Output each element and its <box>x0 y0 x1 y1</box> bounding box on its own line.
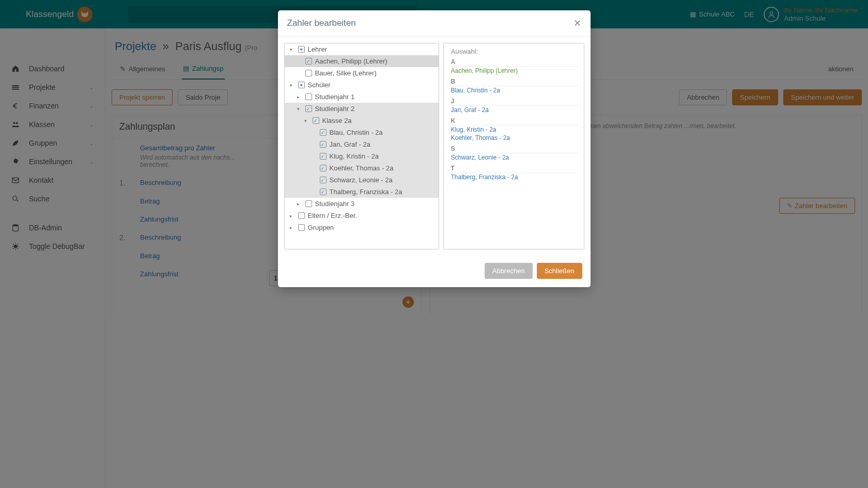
tree-node[interactable]: ▸ Eltern / Erz.-Ber. <box>285 210 439 222</box>
selection-item[interactable]: Aachen, Philipp (Lehrer) <box>451 67 579 75</box>
tree-node[interactable]: Bauer, Silke (Lehrer) <box>285 67 439 79</box>
tree-node-label: Klasse 2a <box>322 117 352 124</box>
tree-checkbox[interactable] <box>305 93 312 100</box>
tree-toggle-icon[interactable]: ▸ <box>297 201 302 207</box>
tree-checkbox[interactable] <box>320 188 327 195</box>
tree-checkbox[interactable] <box>320 177 327 183</box>
tree-node[interactable]: ▸ Gruppen <box>285 222 439 233</box>
selection-item[interactable]: Jan, Graf - 2a <box>451 106 579 114</box>
modal-overlay[interactable]: Zahler bearbeiten ✕ ▾ Lehrer Aachen, Phi… <box>0 0 868 488</box>
tree-node-label: Schüler <box>308 81 331 89</box>
tree-node-label: Lehrer <box>308 45 328 53</box>
tree-checkbox[interactable] <box>320 141 327 148</box>
tree-checkbox[interactable] <box>320 129 327 136</box>
payer-tree[interactable]: ▾ Lehrer Aachen, Philipp (Lehrer) Bauer,… <box>284 43 439 249</box>
tree-node-label: Bauer, Silke (Lehrer) <box>315 69 377 77</box>
tree-checkbox[interactable] <box>298 224 305 231</box>
tree-node[interactable]: ▸ Studienjahr 3 <box>285 198 439 210</box>
tree-node[interactable]: ▾ Schüler <box>285 79 439 91</box>
selection-letter: K <box>451 117 579 125</box>
selection-letter: B <box>451 78 579 86</box>
tree-node[interactable]: ▸ Studienjahr 1 <box>285 91 439 103</box>
tree-node[interactable]: Blau, Christin - 2a <box>285 127 439 138</box>
tree-node-label: Gruppen <box>308 224 334 231</box>
tree-toggle-icon[interactable]: ▾ <box>297 106 302 112</box>
tree-node-label: Aachen, Philipp (Lehrer) <box>315 57 388 65</box>
selection-letter: T <box>451 165 579 173</box>
modal-close-button[interactable]: Schließen <box>537 263 582 279</box>
selection-item[interactable]: Klug, Kristin - 2a <box>451 125 579 134</box>
tree-checkbox[interactable] <box>298 46 305 53</box>
tree-toggle-icon[interactable]: ▸ <box>290 225 295 230</box>
selection-letter: A <box>451 58 579 67</box>
selection-item[interactable]: Thalberg, Franziska - 2a <box>451 173 579 181</box>
tree-node-label: Studienjahr 3 <box>315 200 355 208</box>
selection-panel: Auswahl: AAachen, Philipp (Lehrer)BBlau,… <box>443 43 584 249</box>
tree-checkbox[interactable] <box>320 153 327 160</box>
tree-checkbox[interactable] <box>298 212 305 219</box>
tree-checkbox[interactable] <box>305 58 312 65</box>
tree-node-label: Schwarz, Leonie - 2a <box>330 176 393 184</box>
tree-node-label: Koehler, Thomas - 2a <box>330 164 394 172</box>
tree-node-label: Blau, Christin - 2a <box>330 129 383 136</box>
modal-title: Zahler bearbeiten <box>287 18 356 28</box>
tree-node-label: Studienjahr 2 <box>315 105 355 113</box>
tree-toggle-icon[interactable]: ▸ <box>297 95 302 100</box>
selection-letter: S <box>451 145 579 153</box>
selection-item[interactable]: Blau, Christin - 2a <box>451 86 579 95</box>
tree-node-label: Jan, Graf - 2a <box>330 140 370 148</box>
tree-node[interactable]: Thalberg, Franziska - 2a <box>285 186 439 198</box>
tree-checkbox[interactable] <box>305 70 312 76</box>
selection-letter: J <box>451 98 579 106</box>
tree-toggle-icon[interactable]: ▾ <box>304 118 309 123</box>
tree-node[interactable]: Koehler, Thomas - 2a <box>285 162 439 174</box>
tree-node-label: Studienjahr 1 <box>315 93 355 101</box>
tree-node[interactable]: ▾ Lehrer <box>285 43 439 55</box>
tree-checkbox[interactable] <box>320 165 327 171</box>
tree-checkbox[interactable] <box>305 105 312 112</box>
tree-node-label: Eltern / Erz.-Ber. <box>308 212 357 219</box>
tree-node-label: Thalberg, Franziska - 2a <box>330 188 402 196</box>
tree-node[interactable]: ▾ Studienjahr 2 <box>285 103 439 115</box>
tree-node[interactable]: Schwarz, Leonie - 2a <box>285 174 439 186</box>
tree-toggle-icon[interactable]: ▾ <box>290 83 295 88</box>
tree-toggle-icon[interactable]: ▾ <box>290 47 295 52</box>
tree-node[interactable]: Aachen, Philipp (Lehrer) <box>285 55 439 67</box>
tree-node[interactable]: Klug, Kristin - 2a <box>285 150 439 162</box>
selection-item[interactable]: Schwarz, Leonie - 2a <box>451 153 579 162</box>
tree-node[interactable]: Jan, Graf - 2a <box>285 138 439 150</box>
tree-checkbox[interactable] <box>305 200 312 207</box>
tree-toggle-icon[interactable]: ▸ <box>290 213 295 218</box>
selection-title: Auswahl: <box>451 48 579 55</box>
tree-checkbox[interactable] <box>298 82 305 88</box>
tree-node-label: Klug, Kristin - 2a <box>330 152 379 160</box>
tree-checkbox[interactable] <box>313 117 319 124</box>
selection-item[interactable]: Koehler, Thomas - 2a <box>451 134 579 142</box>
close-icon[interactable]: ✕ <box>574 18 581 29</box>
edit-payers-modal: Zahler bearbeiten ✕ ▾ Lehrer Aachen, Phi… <box>278 10 591 287</box>
tree-node[interactable]: ▾ Klasse 2a <box>285 115 439 127</box>
modal-cancel-button[interactable]: Abbrechen <box>485 263 533 279</box>
